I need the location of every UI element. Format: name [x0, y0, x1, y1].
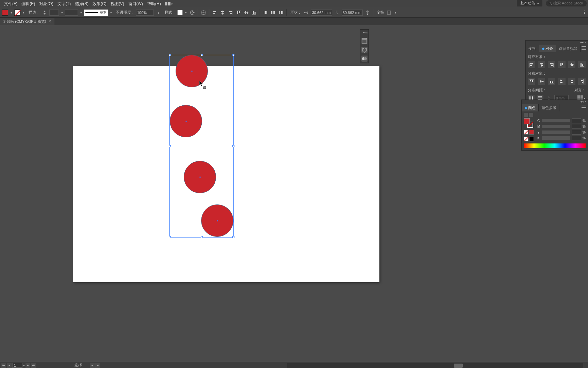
m-slider[interactable] — [542, 125, 570, 128]
handle-se[interactable] — [232, 236, 234, 238]
recolor-icon[interactable] — [189, 9, 196, 16]
m-value[interactable] — [572, 124, 581, 129]
style-drop-icon[interactable] — [184, 11, 187, 14]
document-tab[interactable]: 3.66% (CMYK/GPU 预览) × — [0, 18, 54, 25]
panel-menu-icon[interactable] — [582, 106, 586, 109]
swap-icon[interactable] — [529, 113, 533, 117]
color-spectrum[interactable] — [524, 143, 586, 148]
fill-stroke-proxy[interactable] — [524, 118, 533, 128]
none-color-chip2[interactable] — [524, 137, 528, 141]
align-right-icon[interactable] — [227, 9, 234, 16]
handle-e[interactable] — [232, 145, 234, 147]
menu-file[interactable]: 文件(F) — [2, 0, 19, 7]
handle-w[interactable] — [169, 145, 171, 147]
align-vcenter-btn[interactable] — [568, 61, 576, 68]
align-top-icon[interactable] — [235, 9, 242, 16]
c-slider[interactable] — [542, 119, 570, 122]
transform-drop-icon[interactable] — [394, 11, 397, 14]
next-page-btn[interactable]: ▸ — [26, 363, 30, 368]
tab-transform[interactable]: 变换 — [526, 45, 539, 52]
h-scrollbar[interactable] — [287, 363, 583, 368]
stroke-weight-stepper[interactable] — [41, 9, 48, 16]
optbar-overflow-icon[interactable] — [584, 10, 587, 15]
menu-effect[interactable]: 效果(C) — [91, 0, 109, 7]
dist-left-btn[interactable] — [558, 78, 566, 85]
stroke-dropdown-icon[interactable] — [22, 11, 25, 14]
symbols-panel-icon[interactable] — [361, 56, 368, 62]
link-wh-icon[interactable] — [333, 9, 340, 16]
k-value[interactable] — [572, 136, 581, 140]
dist-bottom-btn[interactable] — [548, 78, 555, 85]
align-left-btn[interactable] — [528, 61, 535, 68]
close-strip-icon[interactable]: × — [366, 31, 368, 35]
fill-swatch[interactable] — [2, 10, 8, 16]
tab-color-guide[interactable]: 颜色参考 — [539, 104, 559, 111]
page-input[interactable]: 1 — [12, 363, 22, 368]
stroke-swatch[interactable] — [14, 10, 20, 16]
stroke-weight-drop-icon[interactable] — [60, 11, 64, 14]
circle-3[interactable] — [184, 161, 216, 193]
close-icon[interactable]: × — [49, 19, 51, 24]
fill-proxy[interactable] — [524, 118, 530, 124]
handle-nw[interactable] — [169, 54, 171, 56]
sb-expand-icon[interactable]: ▸ — [90, 363, 95, 368]
k-slider[interactable] — [542, 136, 570, 140]
dist-h2-icon[interactable] — [270, 9, 277, 16]
brush-select[interactable]: 基本 — [84, 10, 108, 16]
dist-h1-icon[interactable] — [262, 9, 269, 16]
y-value[interactable] — [572, 130, 581, 135]
black-chip[interactable] — [529, 137, 534, 141]
panel-menu-icon[interactable] — [582, 46, 586, 50]
tab-pathfinder[interactable]: 路径查找器 — [556, 45, 581, 52]
collapsed-panel-strip[interactable]: ◂◂ × — [360, 29, 369, 63]
prev-page-btn[interactable]: ◂ — [7, 363, 12, 368]
menu-select[interactable]: 选择(S) — [73, 0, 91, 7]
stroke-weight-input[interactable] — [49, 10, 59, 16]
graphic-style-swatch[interactable] — [177, 10, 183, 15]
menu-help[interactable]: 帮助(H) — [145, 0, 163, 7]
tab-align[interactable]: ◆ 对齐 — [539, 45, 556, 52]
last-fill-chip[interactable] — [529, 130, 534, 135]
handle-sw[interactable] — [169, 236, 171, 238]
collapse-icon[interactable]: ◂◂ — [580, 41, 583, 44]
workspace-switcher[interactable]: 基本功能 — [517, 0, 542, 6]
c-value[interactable] — [572, 118, 581, 123]
dist-top-btn[interactable] — [528, 78, 535, 85]
align-right-btn[interactable] — [548, 61, 555, 68]
menu-window[interactable]: 窗口(W) — [126, 0, 145, 7]
opacity-field[interactable]: 100% — [136, 10, 154, 16]
align-bottom-btn[interactable] — [578, 61, 586, 68]
align-left-icon[interactable] — [211, 9, 218, 16]
handle-n[interactable] — [201, 54, 203, 56]
close-panel-icon[interactable]: × — [584, 41, 587, 44]
menu-text[interactable]: 文字(T) — [55, 0, 73, 7]
transform-panel-icon[interactable] — [386, 9, 392, 16]
var-width-input[interactable] — [65, 10, 78, 16]
opacity-expand-icon[interactable]: › — [155, 9, 162, 16]
page-drop-icon[interactable] — [23, 363, 25, 367]
align-top-btn[interactable] — [558, 61, 566, 68]
fill-dropdown-icon[interactable] — [10, 11, 13, 14]
h-scrollbar-thumb[interactable] — [454, 364, 463, 368]
last-page-btn[interactable]: ⏭ — [31, 363, 36, 368]
shape-width-field[interactable]: 30.662 mm — [311, 10, 332, 16]
handle-s[interactable] — [201, 236, 203, 238]
var-width-drop-icon[interactable] — [79, 11, 83, 14]
dist-vcenter-btn[interactable] — [538, 78, 545, 85]
handle-ne[interactable] — [232, 54, 234, 56]
libraries-panel-icon[interactable] — [361, 47, 368, 53]
align-hcenter-icon[interactable] — [219, 9, 226, 16]
collapse-icon[interactable]: ◂◂ — [580, 100, 583, 103]
dist-hcenter-btn[interactable] — [568, 78, 576, 85]
align-vcenter-icon[interactable] — [243, 9, 250, 16]
y-slider[interactable] — [542, 131, 570, 134]
circle-2[interactable] — [170, 105, 202, 137]
align-bottom-icon[interactable] — [251, 9, 258, 16]
arrange-docs-icon[interactable] — [163, 0, 175, 7]
sb-scroll-left-icon[interactable]: ◂ — [95, 363, 100, 368]
brush-drop-icon[interactable] — [109, 11, 113, 14]
properties-panel-icon[interactable] — [361, 38, 368, 44]
none-color-chip[interactable] — [524, 130, 528, 135]
stock-search[interactable]: 搜索 Adobe Stock — [546, 0, 587, 6]
circle-4[interactable] — [201, 204, 233, 237]
